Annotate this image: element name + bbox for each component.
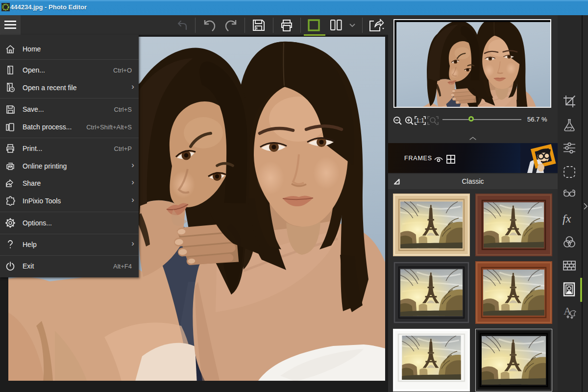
svg-text:1:1: 1:1: [416, 117, 424, 124]
svg-text:A: A: [564, 305, 571, 317]
svg-text:fx: fx: [563, 212, 571, 225]
